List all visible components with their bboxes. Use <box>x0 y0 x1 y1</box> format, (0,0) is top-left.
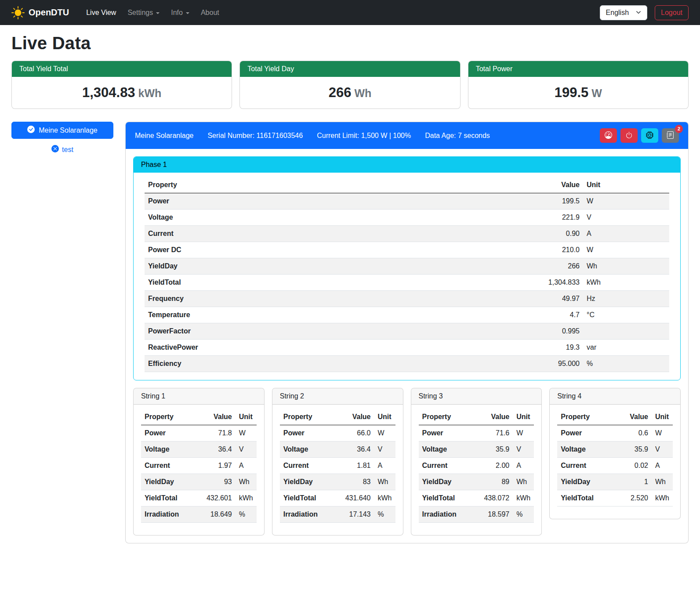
property-cell: Voltage <box>145 210 525 226</box>
column-header-value: Value <box>525 177 583 193</box>
unit-cell: Wh <box>374 474 395 490</box>
cpu-icon <box>646 131 653 140</box>
unit-cell: % <box>583 356 669 372</box>
sidebar-item-test[interactable]: test <box>11 145 113 154</box>
property-cell: Power <box>557 425 616 441</box>
table-row: Current0.90A <box>145 226 669 242</box>
unit-cell: W <box>236 425 257 441</box>
journal-icon <box>667 131 674 140</box>
string-table: Property Value Unit Power66.0WVoltage36.… <box>280 409 395 523</box>
string-title: String 4 <box>550 388 680 405</box>
summary-card-unit: W <box>591 87 602 99</box>
string-title: String 3 <box>411 388 542 405</box>
language-select[interactable]: English <box>600 5 647 20</box>
value-cell: 36.4 <box>338 441 374 458</box>
event-log-button[interactable]: 2 <box>662 128 679 143</box>
table-header-row: Property Value Unit <box>557 409 673 425</box>
property-cell: YieldTotal <box>419 490 477 507</box>
value-cell: 89 <box>477 474 513 490</box>
table-row: YieldTotal431.640kWh <box>280 490 395 507</box>
string-card-3: String 3 Property Value Unit <box>411 388 542 535</box>
limit-settings-button[interactable] <box>600 128 617 143</box>
value-cell: 432.601 <box>199 490 236 507</box>
table-row: Irradiation18.649% <box>141 507 257 523</box>
table-row: Voltage36.4V <box>280 441 395 458</box>
property-cell: Irradiation <box>280 507 338 523</box>
inverter-panel-body: Phase 1 Property Value Unit Power199.5WV… <box>126 149 688 543</box>
unit-cell: W <box>583 193 669 210</box>
unit-cell: V <box>374 441 395 458</box>
property-cell: ReactivePower <box>145 340 525 356</box>
value-cell: 199.5 <box>525 193 583 210</box>
inverter-panel-header: Meine Solaranlage Serial Number: 1161716… <box>126 122 688 149</box>
device-info-button[interactable] <box>641 128 658 143</box>
table-row: Frequency49.97Hz <box>145 291 669 307</box>
string-body: Property Value Unit Power71.8WVoltage36.… <box>134 405 264 535</box>
property-cell: Voltage <box>141 441 199 458</box>
summary-card-body: 266Wh <box>240 77 460 109</box>
property-cell: Current <box>557 458 616 474</box>
power-settings-button[interactable] <box>620 128 638 143</box>
property-cell: Frequency <box>145 291 525 307</box>
brand-label: OpenDTU <box>29 7 69 18</box>
value-cell: 17.143 <box>338 507 374 523</box>
property-cell: YieldTotal <box>145 275 525 291</box>
string-table: Property Value Unit Power71.8WVoltage36.… <box>141 409 257 523</box>
logout-button[interactable]: Logout <box>655 5 689 20</box>
table-row: ReactivePower19.3var <box>145 340 669 356</box>
property-cell: Voltage <box>280 441 338 458</box>
phase-body: Property Value Unit Power199.5WVoltage22… <box>134 173 680 380</box>
value-cell: 2.00 <box>477 458 513 474</box>
page-title: Live Data <box>11 33 689 53</box>
summary-card-title: Total Yield Total <box>12 61 232 77</box>
property-cell: Current <box>141 458 199 474</box>
table-row: YieldDay93Wh <box>141 474 257 490</box>
inverter-name: Meine Solaranlage <box>135 132 193 140</box>
string-card-1: String 1 Property Value Unit <box>133 388 265 535</box>
property-cell: Power <box>141 425 199 441</box>
unit-cell: V <box>513 441 534 458</box>
content-row: Meine Solaranlage test Meine Solaranlage… <box>11 122 689 543</box>
inverter-data-age: Data Age: 7 seconds <box>425 132 490 140</box>
table-row: YieldTotal438.072kWh <box>419 490 534 507</box>
column-header-unit: Unit <box>374 409 395 425</box>
phase-card: Phase 1 Property Value Unit Power199.5WV… <box>133 156 681 380</box>
unit-cell: kWh <box>513 490 534 507</box>
unit-cell: V <box>583 210 669 226</box>
summary-card-value: 1,304.83 <box>82 85 135 100</box>
table-header-row: Property Value Unit <box>145 177 669 193</box>
chevron-down-icon <box>186 12 189 14</box>
table-header-row: Property Value Unit <box>419 409 534 425</box>
value-cell: 93 <box>199 474 236 490</box>
summary-card-unit: Wh <box>354 87 371 99</box>
brand-link[interactable]: OpenDTU <box>11 6 69 19</box>
table-row: Current2.00A <box>419 458 534 474</box>
unit-cell: V <box>236 441 257 458</box>
table-row: YieldDay1Wh <box>557 474 673 490</box>
table-header-row: Property Value Unit <box>280 409 395 425</box>
value-cell: 1.97 <box>199 458 236 474</box>
unit-cell: kWh <box>374 490 395 507</box>
property-cell: YieldTotal <box>557 490 616 507</box>
value-cell: 0.02 <box>616 458 652 474</box>
property-cell: Power DC <box>145 242 525 258</box>
value-cell: 0.995 <box>525 323 583 340</box>
value-cell: 71.6 <box>477 425 513 441</box>
nav-info[interactable]: Info <box>165 5 195 20</box>
table-row: YieldTotal2.520kWh <box>557 490 673 507</box>
value-cell: 95.000 <box>525 356 583 372</box>
nav-settings[interactable]: Settings <box>122 5 165 20</box>
value-cell: 1.81 <box>338 458 374 474</box>
nav-live-view[interactable]: Live View <box>80 5 122 20</box>
nav-about[interactable]: About <box>195 5 225 20</box>
summary-card-unit: kWh <box>138 87 162 99</box>
phase-title: Phase 1 <box>134 157 680 173</box>
unit-cell: kWh <box>652 490 673 507</box>
property-cell: PowerFactor <box>145 323 525 340</box>
property-cell: Voltage <box>419 441 477 458</box>
language-value: English <box>606 9 629 17</box>
summary-card-total-power: Total Power 199.5W <box>468 61 689 109</box>
table-row: Current0.02A <box>557 458 673 474</box>
table-row: YieldDay89Wh <box>419 474 534 490</box>
inverter-select-button[interactable]: Meine Solaranlage <box>11 122 113 139</box>
